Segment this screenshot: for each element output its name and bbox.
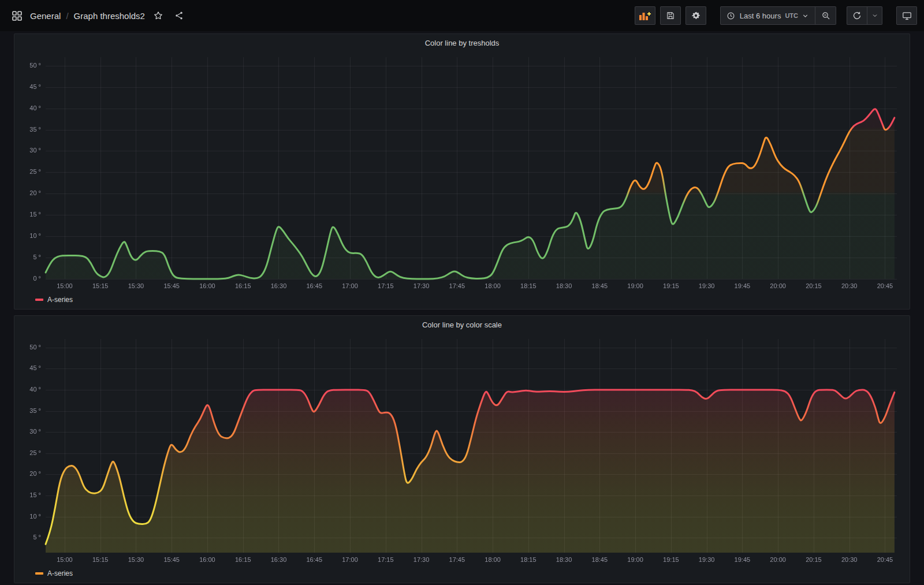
legend-series-label: A-series [47,296,73,304]
monitor-icon [902,11,912,21]
timezone-label: UTC [785,12,798,19]
time-controls-group: Last 6 hours UTC [720,6,836,25]
panel-title[interactable]: Color line by tresholds [14,34,910,51]
dashboard-settings-button[interactable] [685,6,706,25]
dashboard-canvas: Color line by tresholds A-series Color l… [0,31,924,583]
refresh-interval-dropdown[interactable] [867,6,882,25]
breadcrumb-dashboard-title[interactable]: Graph thresholds2 [74,11,145,21]
add-panel-button[interactable] [635,6,655,25]
breadcrumb: General / Graph thresholds2 [30,11,145,21]
save-icon [666,11,675,20]
gear-icon [691,11,701,20]
color-scale-chart-canvas[interactable] [19,333,905,568]
favorite-star-icon[interactable] [151,8,166,23]
sync-icon [852,11,862,20]
dashboards-grid-icon[interactable] [9,8,24,23]
chart-area [14,333,910,568]
chevron-down-icon [871,12,878,19]
chart-area [14,51,910,294]
time-range-picker[interactable]: Last 6 hours UTC [720,6,815,25]
panel-legend: A-series [14,294,910,309]
time-range-label: Last 6 hours [740,12,781,20]
breadcrumb-folder[interactable]: General [30,11,61,21]
chevron-down-icon [802,12,809,20]
thresholds-chart-canvas[interactable] [19,51,905,294]
panel-legend: A-series [14,568,910,583]
breadcrumb-separator: / [66,11,68,21]
clock-icon [726,12,735,20]
tv-mode-button[interactable] [896,6,917,25]
legend-series-swatch [35,572,43,575]
refresh-controls-group [847,6,882,25]
top-navbar: General / Graph thresholds2 Last 6 hours [0,0,924,31]
save-dashboard-button[interactable] [660,6,681,25]
legend-item[interactable]: A-series [35,296,73,304]
search-minus-icon [821,11,830,20]
share-icon[interactable] [172,8,187,23]
panel-color-line-by-thresholds: Color line by tresholds A-series [14,33,910,310]
legend-series-swatch [35,299,43,301]
zoom-out-button[interactable] [815,6,836,25]
panel-add-icon [639,12,651,20]
panel-title[interactable]: Color line by color scale [14,316,910,333]
legend-item[interactable]: A-series [35,569,73,577]
panel-color-line-by-color-scale: Color line by color scale A-series [14,315,910,583]
refresh-button[interactable] [847,6,867,25]
legend-series-label: A-series [47,569,73,577]
